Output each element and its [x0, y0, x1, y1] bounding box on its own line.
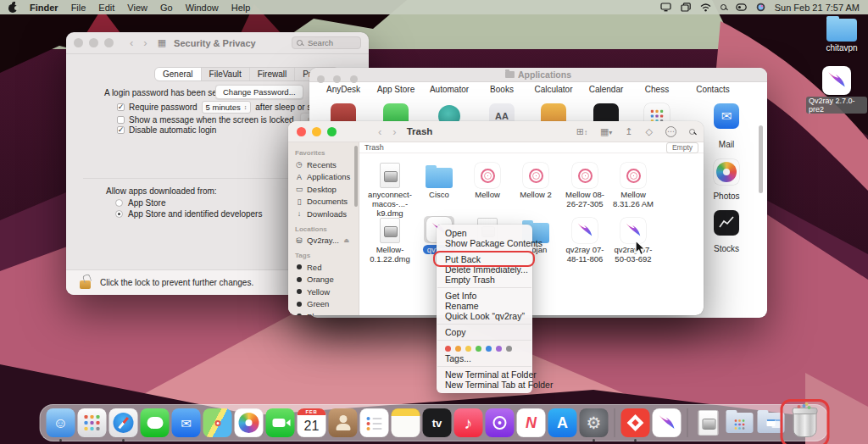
tag-red[interactable] — [445, 346, 451, 352]
disable-auto-login-checkbox[interactable]: ✓ — [117, 126, 125, 134]
sidebar-tag-orange[interactable]: Orange — [295, 274, 359, 286]
menu-item-put-back[interactable]: Put Back — [437, 254, 532, 264]
menu-clock[interactable]: Sun Feb 21 7:57 AM — [775, 3, 860, 13]
menu-item-empty-trash[interactable]: Empty Trash — [437, 275, 532, 285]
dock-podcasts[interactable] — [486, 408, 515, 437]
app-label-photos[interactable]: Photos — [713, 191, 739, 201]
group-by-control[interactable]: ▦▾ — [600, 126, 612, 137]
allow-appstore-radio[interactable] — [115, 199, 123, 207]
control-center-icon[interactable] — [736, 3, 747, 11]
menu-view[interactable]: View — [127, 3, 147, 13]
desktop-icon-qv2ray[interactable]: Qv2ray 2.7.0-pre2 — [806, 66, 867, 114]
file-mellow-08-26[interactable]: Mellow 08-26-27-305 — [560, 161, 609, 208]
sidebar-item-desktop[interactable]: ▭Desktop — [295, 183, 359, 196]
menu-item-new-terminal-tab[interactable]: New Terminal Tab at Folder — [437, 380, 532, 390]
share-icon[interactable]: ↥ — [625, 126, 632, 137]
dock-news[interactable]: N — [517, 408, 546, 437]
wifi-icon[interactable] — [700, 3, 711, 12]
file-mellow-831[interactable]: Mellow 8.31.26 AM — [609, 161, 658, 208]
tag-purple[interactable] — [496, 346, 502, 352]
windows-icon[interactable] — [681, 3, 691, 12]
menu-window[interactable]: Window — [186, 3, 219, 13]
empty-trash-button[interactable]: Empty — [666, 142, 698, 153]
allow-identified-radio[interactable] — [115, 210, 123, 218]
menu-file[interactable]: File — [71, 3, 86, 13]
require-password-checkbox[interactable]: ✓ — [117, 103, 125, 111]
dock-music[interactable]: ♪ — [454, 408, 483, 437]
sidebar-item-applications[interactable]: AApplications — [295, 171, 359, 184]
file-mellow-2[interactable]: Mellow 2 — [511, 161, 560, 199]
file-anyconnect-dmg[interactable]: anyconnect-macos-...-k9.dmg — [365, 161, 415, 218]
siri-icon[interactable] — [756, 3, 765, 12]
dock-qv2ray[interactable] — [653, 408, 682, 437]
sidebar-item-qv2ray-disk[interactable]: ⛁Qv2ray...⏏ — [295, 235, 359, 247]
tag-green[interactable] — [476, 346, 481, 352]
tab-firewall[interactable]: Firewall — [250, 68, 295, 80]
app-label-mail[interactable]: Mail — [719, 140, 734, 149]
dock-app-store[interactable]: A — [548, 408, 577, 437]
app-label-stocks[interactable]: Stocks — [714, 244, 739, 253]
dock-anydesk[interactable] — [621, 408, 650, 437]
sidebar-item-downloads[interactable]: ↓Downloads — [295, 208, 359, 220]
tag-gray[interactable] — [506, 346, 512, 352]
file-cisco-folder[interactable]: Cisco — [415, 161, 464, 199]
back-button[interactable]: ‹ — [378, 125, 381, 138]
dock-notes[interactable] — [392, 408, 420, 437]
app-label-contacts[interactable]: Contacts — [696, 85, 729, 94]
dock-facetime[interactable] — [266, 408, 295, 437]
menu-go[interactable]: Go — [160, 3, 173, 13]
app-label-automator[interactable]: Automator — [430, 85, 469, 94]
dock-messages[interactable] — [141, 408, 170, 437]
change-password-button[interactable]: Change Password... — [215, 85, 303, 99]
sidebar-tag-red[interactable]: Red — [295, 261, 359, 274]
dock-calendar[interactable]: FEB 21 — [298, 408, 326, 437]
dock-mail[interactable]: ✉ — [172, 408, 201, 437]
back-button[interactable]: ‹ — [130, 36, 133, 49]
app-label-books[interactable]: Books — [490, 85, 514, 94]
eject-icon[interactable]: ⏏ — [342, 237, 351, 244]
zoom-button[interactable] — [327, 127, 337, 136]
dock-trash[interactable] — [788, 406, 822, 440]
require-password-interval-dropdown[interactable]: 5 minutes ↕ — [202, 101, 252, 114]
menu-item-get-info[interactable]: Get Info — [437, 291, 532, 301]
search-field[interactable] — [292, 36, 361, 49]
file-qv2ray-0750[interactable]: qv2ray 07-50-03-692 — [609, 216, 658, 264]
desktop-icon-chitavpn[interactable]: chitavpn — [811, 19, 868, 53]
menu-item-new-terminal[interactable]: New Terminal at Folder — [437, 369, 532, 380]
sidebar-tag-blue[interactable]: Blue — [295, 310, 359, 315]
search-icon[interactable] — [689, 129, 695, 135]
scrollbar[interactable] — [759, 125, 763, 193]
menu-item-delete-immediately[interactable]: Delete Immediately... — [437, 264, 532, 275]
sidebar-tag-green[interactable]: Green — [295, 298, 359, 311]
dock-launchpad[interactable] — [78, 408, 107, 437]
dock-applications-folder[interactable] — [726, 408, 754, 437]
dock-tv[interactable]: tv — [423, 408, 452, 437]
close-button[interactable] — [317, 75, 325, 83]
app-icon-stocks[interactable] — [714, 210, 739, 236]
app-icon-photos[interactable] — [714, 159, 739, 185]
minimize-button[interactable] — [89, 38, 98, 47]
search-input[interactable] — [306, 37, 353, 48]
menu-finder[interactable]: Finder — [30, 3, 58, 13]
display-icon[interactable] — [660, 3, 671, 12]
menu-edit[interactable]: Edit — [98, 3, 114, 13]
dock-system-preferences[interactable]: ⚙ — [580, 408, 609, 437]
app-label-chess[interactable]: Chess — [645, 85, 669, 94]
dock-maps[interactable] — [203, 408, 232, 437]
menu-item-show-package-contents[interactable]: Show Package Contents — [437, 238, 532, 248]
dock-finder[interactable]: ☺ — [47, 408, 75, 437]
spotlight-icon[interactable] — [721, 4, 726, 10]
close-button[interactable] — [74, 38, 83, 47]
menu-item-open[interactable]: Open — [437, 228, 532, 238]
app-label-anydesk[interactable]: AnyDesk — [326, 85, 360, 94]
forward-button[interactable]: › — [143, 36, 147, 49]
tag-blue[interactable] — [486, 346, 492, 352]
app-label-appstore[interactable]: App Store — [377, 85, 415, 94]
sidebar-item-recents[interactable]: ◷Recents — [295, 158, 359, 171]
sidebar-item-documents[interactable]: ▯Documents — [295, 196, 359, 208]
tag-yellow[interactable] — [465, 346, 471, 352]
file-mellow[interactable]: Mellow — [463, 161, 512, 199]
file-qv2ray-0748[interactable]: qv2ray 07-48-11-806 — [560, 216, 609, 264]
minimize-button[interactable] — [312, 127, 321, 136]
unlocked-padlock-icon[interactable] — [80, 280, 91, 289]
